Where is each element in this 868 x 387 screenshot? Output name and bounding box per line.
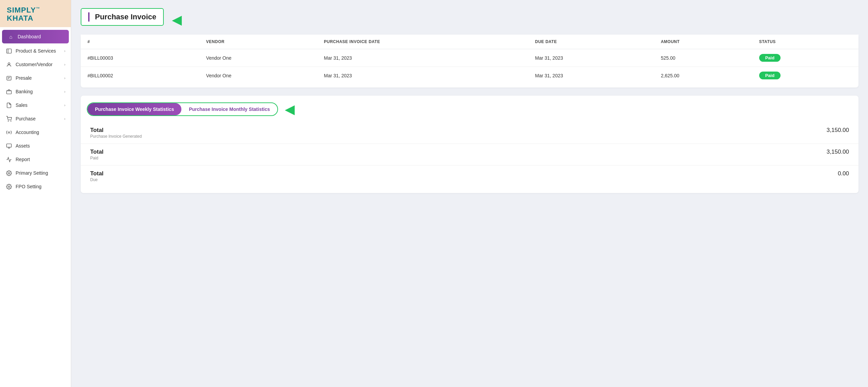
svg-point-13 [8, 172, 9, 174]
stat-value: 0.00 [808, 170, 849, 177]
sidebar-item-primary-setting[interactable]: Primary Setting [0, 166, 71, 180]
stats-tabs-row: Purchase Invoice Weekly Statistics Purch… [81, 96, 859, 117]
logo-area: SIMPLY™ KHATA [0, 0, 71, 27]
report-icon [5, 156, 12, 163]
svg-rect-10 [6, 144, 11, 147]
stats-arrow-icon: ◀ [285, 102, 295, 117]
cell-number: #BILL00003 [81, 49, 199, 67]
table-wrapper: # VENDOR PURCHASE INVOICE DATE DUE DATE … [81, 35, 859, 84]
status-badge: Paid [759, 72, 781, 79]
title-bar-accent [88, 12, 90, 22]
main-content: Purchase Invoice ◀ # VENDOR PURCHASE INV… [71, 0, 868, 387]
sidebar-item-label: Product & Services [16, 48, 61, 54]
cell-vendor: Vendor One [199, 67, 317, 84]
svg-point-2 [8, 63, 10, 65]
purchase-icon [5, 115, 12, 122]
sidebar-item-label: Customer/Vendor [16, 62, 61, 67]
svg-rect-0 [6, 49, 11, 53]
col-header-vendor: VENDOR [199, 35, 317, 49]
page-title: Purchase Invoice [95, 13, 156, 21]
logo: SIMPLY™ KHATA [7, 6, 40, 22]
chevron-right-icon: › [64, 117, 65, 121]
cell-amount: 525.00 [654, 49, 752, 67]
col-header-invoice-date: PURCHASE INVOICE DATE [317, 35, 528, 49]
sidebar-item-purchase[interactable]: Purchase › [0, 112, 71, 125]
stats-rows: Total Purchase Invoice Generated 3,150.0… [81, 122, 859, 187]
product-icon [5, 47, 12, 54]
svg-point-14 [8, 186, 9, 187]
cell-vendor: Vendor One [199, 49, 317, 67]
cell-status: Paid [752, 67, 859, 84]
svg-point-8 [11, 121, 11, 121]
sidebar-item-accounting[interactable]: Accounting [0, 125, 71, 139]
status-badge: Paid [759, 54, 781, 62]
cell-invoice-date: Mar 31, 2023 [317, 67, 528, 84]
sales-icon [5, 102, 12, 109]
sidebar: SIMPLY™ KHATA ⌂ Dashboard Product & Serv… [0, 0, 71, 387]
sidebar-item-sales[interactable]: Sales › [0, 98, 71, 112]
stat-row: Total Due 0.00 [81, 166, 859, 187]
presale-icon [5, 75, 12, 81]
sidebar-item-label: Purchase [16, 116, 61, 121]
stat-label-sub: Purchase Invoice Generated [90, 134, 808, 139]
cell-due-date: Mar 31, 2023 [528, 49, 654, 67]
sidebar-item-fpo-setting[interactable]: FPO Setting [0, 180, 71, 193]
home-icon: ⌂ [7, 33, 14, 40]
accounting-icon [5, 129, 12, 136]
assets-icon [5, 142, 12, 149]
stat-value: 3,150.00 [808, 149, 849, 155]
invoice-table-section: # VENDOR PURCHASE INVOICE DATE DUE DATE … [81, 35, 859, 88]
sidebar-item-label: Primary Setting [16, 170, 65, 176]
sidebar-item-assets[interactable]: Assets [0, 139, 71, 153]
title-row: Purchase Invoice ◀ [81, 8, 859, 31]
sidebar-item-label: FPO Setting [16, 184, 65, 189]
stat-label-main: Total [90, 170, 808, 177]
banking-icon [5, 88, 12, 95]
col-header-amount: AMOUNT [654, 35, 752, 49]
sidebar-item-label: Banking [16, 89, 61, 94]
stat-label-main: Total [90, 127, 808, 134]
sidebar-item-label: Assets [16, 143, 65, 149]
chevron-right-icon: › [64, 62, 65, 66]
sidebar-item-customer-vendor[interactable]: Customer/Vendor › [0, 58, 71, 71]
sidebar-item-report[interactable]: Report [0, 153, 71, 166]
purchase-invoice-title-box: Purchase Invoice [81, 8, 164, 26]
stat-label-sub: Due [90, 177, 808, 182]
cell-number: #BILL00002 [81, 67, 199, 84]
statistics-section: Purchase Invoice Weekly Statistics Purch… [81, 96, 859, 193]
svg-rect-6 [6, 91, 11, 94]
sidebar-item-presale[interactable]: Presale › [0, 71, 71, 85]
stats-tabs-box: Purchase Invoice Weekly Statistics Purch… [87, 102, 278, 116]
customer-icon [5, 61, 12, 68]
col-header-due-date: DUE DATE [528, 35, 654, 49]
chevron-right-icon: › [64, 49, 65, 53]
arrow-icon: ◀ [172, 13, 182, 26]
stat-label-block: Total Due [90, 170, 808, 182]
cell-status: Paid [752, 49, 859, 67]
table-row[interactable]: #BILL00003 Vendor One Mar 31, 2023 Mar 3… [81, 49, 859, 67]
tab-monthly[interactable]: Purchase Invoice Monthly Statistics [181, 103, 277, 115]
sidebar-item-product-services[interactable]: Product & Services › [0, 44, 71, 58]
chevron-right-icon: › [64, 76, 65, 80]
cell-amount: 2,625.00 [654, 67, 752, 84]
stat-row: Total Paid 3,150.00 [81, 144, 859, 166]
chevron-right-icon: › [64, 90, 65, 94]
cell-invoice-date: Mar 31, 2023 [317, 49, 528, 67]
stat-value: 3,150.00 [808, 127, 849, 134]
col-header-status: STATUS [752, 35, 859, 49]
sidebar-item-dashboard[interactable]: ⌂ Dashboard [2, 30, 69, 43]
invoice-table: # VENDOR PURCHASE INVOICE DATE DUE DATE … [81, 35, 859, 84]
table-row[interactable]: #BILL00002 Vendor One Mar 31, 2023 Mar 3… [81, 67, 859, 84]
svg-point-9 [8, 132, 9, 133]
sidebar-item-label: Sales [16, 102, 61, 108]
chevron-right-icon: › [64, 103, 65, 107]
sidebar-item-label: Dashboard [18, 34, 63, 39]
tab-weekly[interactable]: Purchase Invoice Weekly Statistics [87, 103, 181, 115]
col-header-number: # [81, 35, 199, 49]
svg-point-7 [8, 121, 8, 121]
cell-due-date: Mar 31, 2023 [528, 67, 654, 84]
stat-label-main: Total [90, 149, 808, 155]
sidebar-item-banking[interactable]: Banking › [0, 85, 71, 98]
stat-row: Total Purchase Invoice Generated 3,150.0… [81, 122, 859, 144]
sidebar-nav: ⌂ Dashboard Product & Services › Custome… [0, 27, 71, 387]
